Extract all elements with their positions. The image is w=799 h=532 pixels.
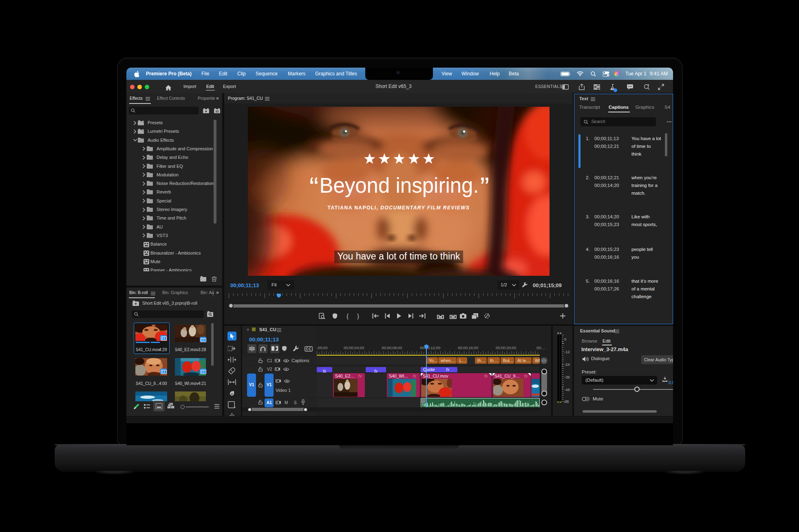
svg-text:32: 32 (216, 110, 219, 113)
svg-text:{: { (347, 312, 349, 319)
svg-text:}: } (357, 312, 359, 319)
